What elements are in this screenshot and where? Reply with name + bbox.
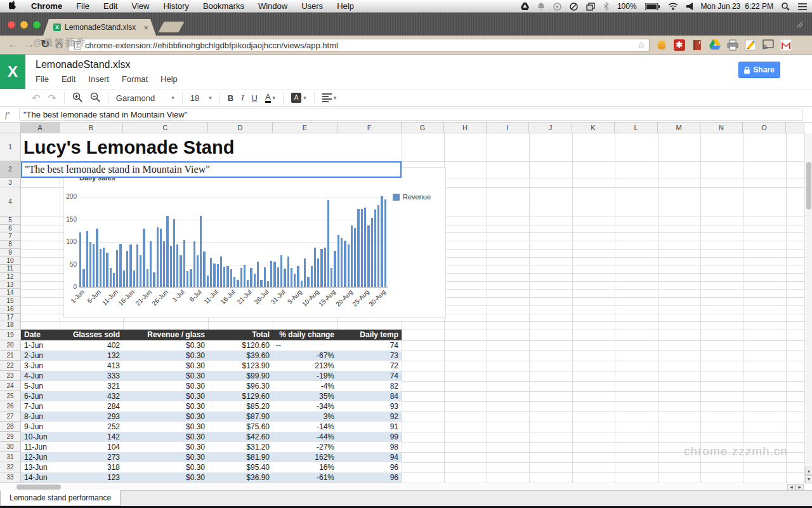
column-header-A[interactable]: A <box>21 123 60 133</box>
row-header-24[interactable]: 24 <box>0 381 21 391</box>
row-header-2[interactable]: 2 <box>0 161 21 178</box>
drive-status-icon[interactable] <box>521 3 529 10</box>
column-header-partial[interactable] <box>786 123 804 133</box>
row-header-14[interactable]: 14 <box>0 289 21 297</box>
table-row[interactable]: 8-Jun293$0.30$87.903%92 <box>21 411 402 422</box>
table-cell[interactable]: -19% <box>273 371 337 381</box>
table-cell[interactable]: 273 <box>60 452 123 462</box>
wifi-icon[interactable] <box>668 3 678 10</box>
font-size-select[interactable]: 18▾ <box>190 93 212 103</box>
table-cell[interactable]: $0.30 <box>123 462 208 472</box>
text-color-button[interactable]: A▾ <box>265 93 275 103</box>
table-row[interactable]: 5-Jun321$0.30$96.30-4%82 <box>21 381 402 391</box>
zoom-out-icon[interactable] <box>90 92 100 104</box>
table-cell[interactable]: 252 <box>60 422 123 432</box>
notification-center-icon[interactable] <box>798 3 807 10</box>
table-row[interactable]: 13-Jun318$0.30$95.4016%96 <box>21 462 402 472</box>
column-header-N[interactable]: N <box>700 123 743 133</box>
table-cell[interactable]: $0.30 <box>123 442 208 452</box>
app-menu-help[interactable]: Help <box>160 74 178 84</box>
table-cell[interactable]: $42.60 <box>208 432 273 442</box>
window-zoom-button[interactable] <box>33 21 41 29</box>
horizontal-scroll-thumb[interactable] <box>16 485 61 490</box>
new-tab-button[interactable] <box>158 22 184 32</box>
row-header-29[interactable]: 29 <box>0 432 21 442</box>
bookmark-star-icon[interactable]: ☆ <box>637 40 645 50</box>
row-header-5[interactable]: 5 <box>0 217 21 225</box>
row-header-18[interactable]: 18 <box>0 321 21 330</box>
app-menu-insert[interactable]: Insert <box>88 74 109 84</box>
table-cell[interactable]: -44% <box>273 432 337 442</box>
table-cell[interactable]: 4-Jun <box>21 371 60 381</box>
row-header-27[interactable]: 27 <box>0 411 21 422</box>
table-cell[interactable]: 3% <box>273 411 337 422</box>
table-cell[interactable]: $0.30 <box>123 432 208 442</box>
row-header-1[interactable]: 1 <box>0 133 21 161</box>
displays-icon[interactable] <box>586 3 595 11</box>
row-header-6[interactable]: 6 <box>0 225 21 233</box>
table-cell[interactable]: 8-Jun <box>21 411 60 422</box>
row-header-31[interactable]: 31 <box>0 452 21 462</box>
extension-icon-lastpass[interactable]: ✱ <box>674 39 685 51</box>
tab-close-icon[interactable]: × <box>143 23 148 32</box>
column-header-B[interactable]: B <box>60 123 123 133</box>
table-cell[interactable]: 6-Jun <box>21 391 60 401</box>
menubar-item[interactable]: Help <box>337 1 354 11</box>
table-cell[interactable]: 142 <box>60 432 123 442</box>
table-row[interactable]: 3-Jun413$0.30$123.90213%72 <box>21 361 402 371</box>
row-header-8[interactable]: 8 <box>0 241 21 249</box>
row-header-21[interactable]: 21 <box>0 351 21 361</box>
table-cell[interactable]: 98 <box>337 442 402 452</box>
extension-icon-book[interactable] <box>691 39 703 51</box>
table-cell[interactable]: 333 <box>60 371 123 381</box>
column-header-M[interactable]: M <box>658 123 700 133</box>
table-cell[interactable]: 1-Jun <box>21 340 60 351</box>
table-cell[interactable]: 104 <box>60 442 123 452</box>
row-header-10[interactable]: 10 <box>0 257 21 265</box>
table-cell[interactable]: $0.30 <box>123 361 208 371</box>
notifications-icon[interactable] <box>537 3 545 11</box>
table-cell[interactable]: 284 <box>60 401 123 411</box>
extension-icon-printer[interactable] <box>727 39 738 51</box>
row-header-4[interactable]: 4 <box>0 187 21 217</box>
table-cell[interactable]: 162% <box>273 452 337 462</box>
column-header-H[interactable]: H <box>444 123 487 133</box>
row-header-20[interactable]: 20 <box>0 340 21 351</box>
table-cell[interactable]: $99.90 <box>208 371 273 381</box>
menubar-item[interactable]: Chrome <box>31 1 62 11</box>
row-header-7[interactable]: 7 <box>0 232 21 241</box>
menubar-item[interactable]: File <box>76 1 89 11</box>
volume-icon[interactable] <box>686 3 693 10</box>
column-header-K[interactable]: K <box>572 123 615 133</box>
formula-input[interactable]: "The best lemonade stand in Mountain Vie… <box>19 109 803 121</box>
extension-icon-keep[interactable] <box>745 39 756 51</box>
table-cell[interactable]: -27% <box>273 442 337 452</box>
table-cell[interactable]: $0.30 <box>123 371 208 381</box>
row-header-3[interactable]: 3 <box>0 178 21 187</box>
font-family-select[interactable]: Garamond▾ <box>116 93 174 103</box>
table-cell[interactable]: 74 <box>337 340 402 351</box>
table-cell[interactable]: 91 <box>337 422 402 432</box>
row-header-30[interactable]: 30 <box>0 442 21 452</box>
table-cell[interactable]: $85.20 <box>208 401 273 411</box>
window-minimize-button[interactable] <box>20 21 28 29</box>
extension-icon-cast[interactable] <box>763 39 774 51</box>
row-header-9[interactable]: 9 <box>0 249 21 257</box>
table-cell[interactable]: $0.30 <box>123 411 208 422</box>
menubar-item[interactable]: Edit <box>103 1 117 11</box>
table-cell[interactable]: 12-Jun <box>21 452 60 462</box>
table-cell[interactable]: 13-Jun <box>21 462 60 472</box>
menubar-item[interactable]: View <box>131 1 149 11</box>
table-cell[interactable]: -67% <box>273 351 337 361</box>
extension-icon-honey[interactable] <box>656 39 667 51</box>
clock-time[interactable]: 6:22 PM <box>745 2 773 11</box>
scroll-right-button[interactable]: ▶ <box>796 484 804 490</box>
battery-icon[interactable] <box>645 3 660 10</box>
undo-icon[interactable]: ↶ <box>32 92 40 104</box>
table-cell[interactable]: 94 <box>337 452 402 462</box>
table-cell[interactable]: -14% <box>273 422 337 432</box>
row-header-25[interactable]: 25 <box>0 391 21 401</box>
table-cell[interactable]: $39.60 <box>208 351 273 361</box>
table-cell[interactable]: $123.90 <box>208 361 273 371</box>
app-menu-edit[interactable]: Edit <box>62 74 75 84</box>
